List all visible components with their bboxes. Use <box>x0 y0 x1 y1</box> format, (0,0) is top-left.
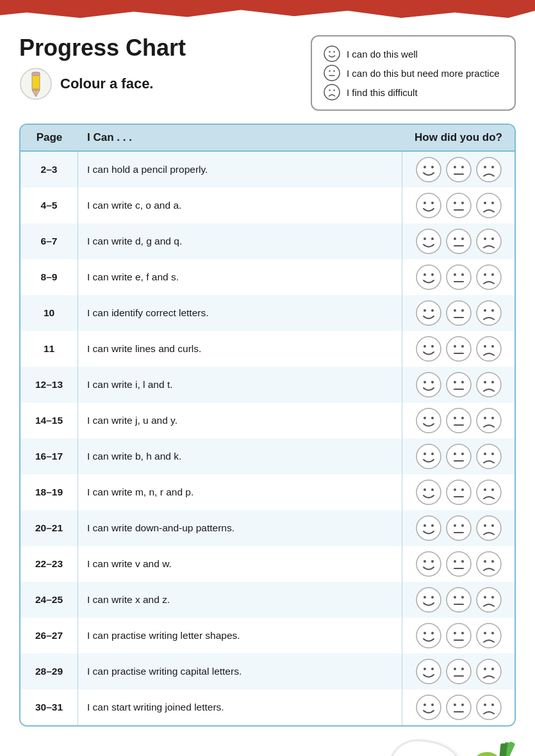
svg-rect-3 <box>32 72 40 76</box>
svg-point-50 <box>454 273 456 276</box>
svg-point-77 <box>424 381 426 383</box>
svg-point-16 <box>416 157 441 182</box>
svg-point-46 <box>416 265 441 289</box>
svg-point-157 <box>424 668 426 670</box>
svg-point-39 <box>447 229 471 253</box>
svg-point-131 <box>461 560 464 563</box>
svg-point-127 <box>424 560 426 563</box>
neutral-face <box>445 658 472 685</box>
svg-point-137 <box>424 596 426 599</box>
cell-page: 11 <box>21 331 78 367</box>
happy-face <box>415 156 442 183</box>
colour-face-label: Colour a face. <box>60 76 153 92</box>
svg-point-163 <box>477 659 501 684</box>
svg-point-67 <box>424 345 426 348</box>
bottom-section: How did YOU do? <box>19 736 516 756</box>
monster-character <box>465 736 516 756</box>
svg-point-55 <box>491 273 494 276</box>
svg-point-45 <box>491 237 494 240</box>
sad-face <box>475 443 502 470</box>
happy-face <box>415 551 442 577</box>
neutral-face <box>445 443 472 470</box>
happy-face <box>415 658 442 685</box>
svg-point-7 <box>329 51 330 52</box>
neutral-face <box>445 264 472 291</box>
svg-point-174 <box>484 704 486 706</box>
neutral-face <box>445 694 472 721</box>
cell-faces <box>402 403 514 438</box>
svg-point-164 <box>484 668 486 670</box>
table-header-row: Page I Can . . . How did you do? <box>21 125 514 152</box>
neutral-face <box>445 300 472 326</box>
svg-point-139 <box>447 588 471 612</box>
svg-point-159 <box>447 659 471 684</box>
svg-point-153 <box>477 623 501 648</box>
sad-face <box>475 515 502 542</box>
happy-face <box>415 586 442 613</box>
svg-point-23 <box>477 157 501 182</box>
colour-face-row: Colour a face. <box>19 67 186 101</box>
svg-point-166 <box>416 695 441 720</box>
cell-page: 18–19 <box>21 474 78 510</box>
svg-point-170 <box>454 704 456 706</box>
svg-point-21 <box>461 166 464 168</box>
legend-box: I can do this well I can do this but nee… <box>311 35 516 111</box>
svg-point-49 <box>447 265 471 289</box>
cell-faces <box>402 582 514 618</box>
neutral-face <box>445 156 472 183</box>
svg-point-165 <box>491 668 494 670</box>
svg-point-51 <box>461 273 464 276</box>
svg-point-171 <box>461 704 464 706</box>
sad-face <box>475 658 502 685</box>
svg-point-54 <box>484 273 486 276</box>
svg-point-14 <box>329 90 330 91</box>
svg-point-117 <box>424 524 426 527</box>
cell-faces <box>402 510 514 546</box>
svg-point-156 <box>416 659 441 684</box>
table-row: 2–3I can hold a pencil properly. <box>21 152 514 188</box>
svg-point-83 <box>477 373 501 397</box>
cell-description: I can write b, h and k. <box>78 438 402 474</box>
svg-point-147 <box>424 632 426 634</box>
neutral-face <box>445 371 472 398</box>
svg-point-109 <box>447 480 471 504</box>
table-row: 22–23I can write v and w. <box>21 546 514 582</box>
svg-point-130 <box>454 560 456 563</box>
happy-face <box>415 192 442 219</box>
cell-faces <box>402 367 514 403</box>
cell-faces <box>402 259 514 295</box>
svg-point-29 <box>447 193 471 218</box>
how-did-bubble: How did YOU do? <box>389 739 459 756</box>
cell-faces <box>402 331 514 367</box>
svg-point-24 <box>484 166 486 168</box>
col-header-howdid: How did you do? <box>402 125 514 152</box>
svg-point-59 <box>447 301 471 325</box>
svg-point-71 <box>461 345 464 348</box>
table-row: 16–17I can write b, h and k. <box>21 438 514 474</box>
svg-point-20 <box>454 166 456 168</box>
sad-face <box>475 335 502 362</box>
svg-point-119 <box>447 516 471 540</box>
svg-point-13 <box>324 84 340 100</box>
neutral-face-icon <box>324 65 340 81</box>
svg-point-88 <box>431 417 434 419</box>
svg-point-148 <box>431 632 434 634</box>
svg-point-94 <box>484 417 486 419</box>
svg-point-175 <box>491 704 494 706</box>
happy-face <box>415 515 442 542</box>
cell-faces <box>402 295 514 331</box>
cell-page: 26–27 <box>21 618 78 654</box>
sad-face <box>475 156 502 183</box>
neutral-face <box>445 586 472 613</box>
sad-face <box>475 479 502 506</box>
legend-label-sad: I find this difficult <box>347 87 418 98</box>
svg-point-10 <box>329 70 330 72</box>
svg-point-86 <box>416 408 441 433</box>
cell-faces <box>402 654 514 689</box>
table-row: 10I can identify correct letters. <box>21 295 514 331</box>
svg-point-17 <box>424 166 426 168</box>
svg-point-129 <box>447 552 471 576</box>
sad-face <box>475 371 502 398</box>
svg-point-105 <box>491 453 494 455</box>
cell-description: I can write x and z. <box>78 582 402 618</box>
